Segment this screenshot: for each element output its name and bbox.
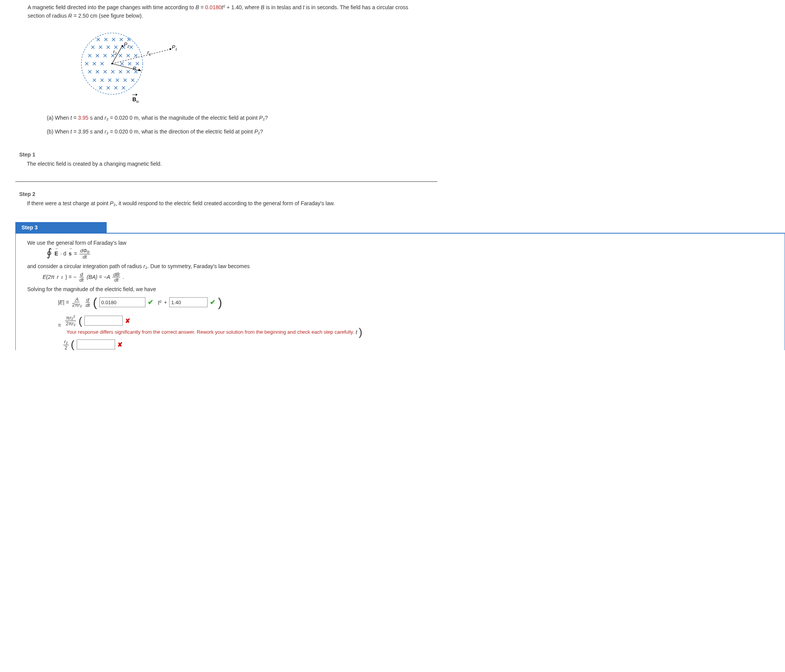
p1c: is in teslas and bbox=[264, 4, 303, 10]
dB-dt: dB dt bbox=[112, 272, 120, 282]
svg-point-91 bbox=[122, 45, 124, 47]
eq2-lhs: E(2π bbox=[43, 274, 54, 280]
step1-heading: Step 1 bbox=[0, 148, 785, 159]
svg-point-87 bbox=[170, 48, 172, 50]
b-qm: ? bbox=[260, 128, 263, 135]
right-paren-icon-2: ) bbox=[359, 328, 362, 336]
a-label: (a) When bbox=[47, 115, 70, 121]
step2-text-b: , it would respond to the electric field… bbox=[115, 200, 335, 206]
step3-line1: We use the general form of Faraday's law bbox=[27, 240, 777, 246]
step3-line2a: and consider a circular integration path… bbox=[27, 263, 143, 269]
A-over-2pir2: A 2πr2 bbox=[71, 297, 83, 308]
a-question: what is the magnitude of the electric fi… bbox=[142, 115, 259, 121]
check-icon-2: ✔ bbox=[210, 298, 216, 306]
t2: t2 bbox=[158, 299, 162, 306]
problem-text-1: A magnetic field directed into the page … bbox=[28, 4, 195, 10]
a-qm: ? bbox=[265, 115, 268, 121]
check-icon: ✔ bbox=[148, 298, 153, 306]
answer-input-3[interactable] bbox=[84, 316, 123, 326]
B-var: B bbox=[261, 4, 264, 10]
B-eq-lhs: B = bbox=[195, 4, 205, 10]
b-t: t = 3.95 s bbox=[70, 128, 92, 135]
s-vector: →s bbox=[69, 250, 72, 257]
svg-marker-97 bbox=[136, 94, 137, 96]
svg-text:P2: P2 bbox=[124, 41, 129, 48]
b-label: (b) When bbox=[47, 128, 70, 135]
eq2-dot: . bbox=[122, 274, 124, 280]
svg-line-84 bbox=[112, 64, 141, 71]
b-r2-val: = 0.020 0 m, bbox=[109, 128, 140, 135]
R-val: = 2.50 cm bbox=[72, 13, 97, 19]
svg-text:P1: P1 bbox=[172, 44, 177, 51]
dPhi-dt: dΦB dt bbox=[79, 248, 90, 259]
d-dt-2: d dt bbox=[85, 297, 91, 308]
R-var: R bbox=[68, 13, 72, 19]
plus-sign: + bbox=[164, 299, 167, 305]
closed-integral-icon: ∮ bbox=[46, 250, 52, 257]
answer-input-4[interactable] bbox=[77, 339, 115, 349]
step3-tab: Step 3 bbox=[15, 222, 107, 233]
b-and: and bbox=[94, 128, 104, 135]
b-question: what is the direction of the electric fi… bbox=[142, 128, 254, 135]
a-P2: P bbox=[259, 115, 262, 121]
r2-over-2: r2 2 bbox=[63, 339, 68, 350]
eq2-r2sub: 2 bbox=[61, 275, 63, 279]
left-paren-icon-3: ( bbox=[71, 341, 74, 348]
a-and: and bbox=[94, 115, 104, 121]
answer-input-2[interactable] bbox=[169, 297, 208, 307]
svg-marker-85 bbox=[138, 69, 141, 71]
svg-text:r1: r1 bbox=[147, 49, 151, 56]
left-paren-icon: ( bbox=[93, 298, 97, 306]
feedback-text: Your response differs significantly from… bbox=[66, 329, 354, 335]
dot-d: · d bbox=[60, 250, 66, 257]
a-t-unit: s bbox=[89, 115, 93, 121]
left-paren-icon-2: ( bbox=[79, 317, 82, 325]
fig-R-label: R bbox=[133, 66, 136, 71]
a-r2-val: = 0.020 0 m, bbox=[109, 115, 140, 121]
figure-magnetic-field: R P1 r1 P2 r2 Bin bbox=[74, 27, 411, 105]
eq2-close: ) = − bbox=[65, 274, 76, 280]
answer-input-1[interactable] bbox=[99, 297, 145, 307]
step1-text: The electric field is created by a chang… bbox=[0, 159, 434, 175]
t-suffix: t bbox=[356, 329, 357, 335]
E-vector: →E bbox=[54, 250, 58, 257]
svg-text:Bin: Bin bbox=[132, 96, 139, 104]
where: where bbox=[245, 4, 261, 10]
BA-eq: (BA) = −A bbox=[87, 274, 110, 280]
x-icon-2: ✘ bbox=[117, 341, 122, 348]
divider-1 bbox=[15, 181, 437, 182]
a-t-val: 3.95 bbox=[78, 115, 88, 121]
svg-line-86 bbox=[112, 49, 170, 64]
b-P2: P bbox=[254, 128, 258, 135]
step3-line2b: . Due to symmetry, Faraday's law becomes bbox=[147, 263, 250, 269]
step2-heading: Step 2 bbox=[0, 187, 785, 199]
eq2-r2: r bbox=[57, 274, 59, 280]
coef-0.0180: 0.0180 bbox=[205, 4, 222, 10]
abs-E: |E| = bbox=[58, 299, 69, 305]
x-icon: ✘ bbox=[125, 317, 130, 324]
eq-sign: = bbox=[74, 250, 77, 257]
plus-1.40: + 1.40, bbox=[225, 4, 243, 10]
pir22-over-2pir2: πr22 2πr2 bbox=[65, 315, 76, 327]
step2-text-a: If there were a test charge at point bbox=[27, 200, 110, 206]
eq-sign-2: = bbox=[58, 322, 61, 328]
a-t-lhs: t = bbox=[70, 115, 78, 121]
step3-line3: Solving for the magnitude of the electri… bbox=[27, 286, 777, 292]
right-paren-icon: ) bbox=[218, 298, 222, 306]
p1e: (see figure below). bbox=[97, 13, 143, 19]
step2-P2: P bbox=[110, 200, 113, 206]
d-dt-1: d dt bbox=[79, 272, 84, 282]
